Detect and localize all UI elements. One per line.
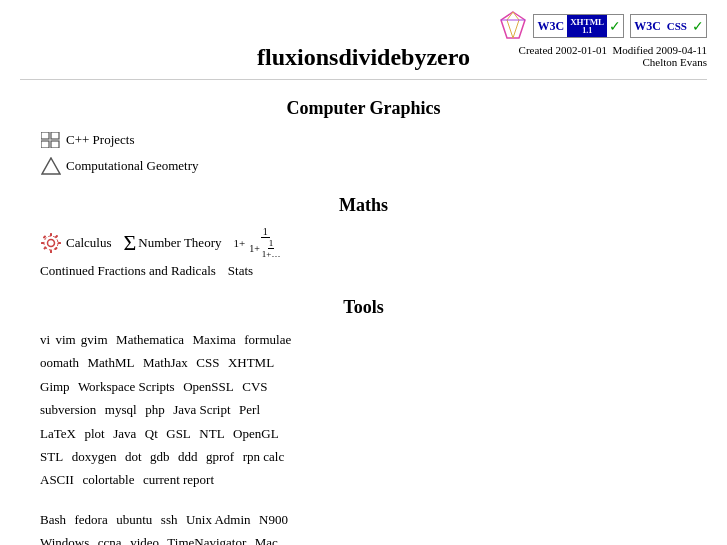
computational-geometry-item[interactable]: Computational Geometry xyxy=(40,155,687,177)
number-theory-link[interactable]: Number Theory xyxy=(138,235,221,251)
cf-formula: 1+ 1 1+ 1 1+… xyxy=(233,226,283,259)
continued-fractions-row: Continued Fractions and Radicals Stats xyxy=(40,263,687,279)
stl-link[interactable]: STL xyxy=(40,449,63,464)
cf-prefix: 1+ xyxy=(233,237,245,249)
css-badge[interactable]: W3C CSS ✓ xyxy=(630,14,707,38)
xhtml-badge[interactable]: W3C XHTML 1.1 ✓ xyxy=(533,14,624,38)
xhtml-check-icon: ✓ xyxy=(607,15,623,37)
author: Chelton Evans xyxy=(519,56,707,68)
mathml-link[interactable]: MathML xyxy=(88,355,135,370)
tools-links-group: vi vim gvim Mathematica Maxima formulae … xyxy=(40,328,687,492)
gprof-link[interactable]: gprof xyxy=(206,449,234,464)
w3c-css-label: W3C xyxy=(631,15,664,37)
mathjax-link[interactable]: MathJax xyxy=(143,355,188,370)
svg-rect-15 xyxy=(54,246,58,250)
doxygen-link[interactable]: doxygen xyxy=(72,449,117,464)
current-report-link[interactable]: current report xyxy=(143,472,214,487)
cvs-link[interactable]: CVS xyxy=(242,379,267,394)
ddd-link[interactable]: ddd xyxy=(178,449,198,464)
colortable-link[interactable]: colortable xyxy=(82,472,134,487)
qt-link[interactable]: Qt xyxy=(145,426,158,441)
ssh-link[interactable]: ssh xyxy=(161,512,178,527)
css-label: CSS xyxy=(664,15,690,37)
n900-link[interactable]: N900 xyxy=(259,512,288,527)
divider-1 xyxy=(20,79,707,80)
svg-rect-4 xyxy=(51,132,59,139)
mysql-link[interactable]: mysql xyxy=(105,402,137,417)
computer-graphics-heading: Computer Graphics xyxy=(40,98,687,119)
meta-info: Created 2002-01-01 Modified 2009-04-11 C… xyxy=(519,44,707,68)
maths-heading: Maths xyxy=(40,195,687,216)
grid-icon xyxy=(40,129,62,151)
rpn-calc-link[interactable]: rpn calc xyxy=(243,449,285,464)
windows-link[interactable]: Windows xyxy=(40,535,89,545)
number-theory-item[interactable]: Σ Number Theory xyxy=(124,232,222,254)
gvim-link[interactable]: gvim xyxy=(81,332,108,347)
bash-link[interactable]: Bash xyxy=(40,512,66,527)
sigma-icon: Σ xyxy=(124,232,137,254)
cpp-projects-item[interactable]: C++ Projects xyxy=(40,129,687,151)
perl-link[interactable]: Perl xyxy=(239,402,260,417)
maths-section: Maths xyxy=(20,195,707,279)
latex-link[interactable]: LaTeX xyxy=(40,426,76,441)
dot-link[interactable]: dot xyxy=(125,449,142,464)
svg-rect-11 xyxy=(50,250,52,253)
svg-rect-12 xyxy=(41,242,44,244)
svg-rect-13 xyxy=(58,242,61,244)
subversion-link[interactable]: subversion xyxy=(40,402,96,417)
stats-link[interactable]: Stats xyxy=(228,263,253,279)
ntl-link[interactable]: NTL xyxy=(199,426,224,441)
gimp-link[interactable]: Gimp xyxy=(40,379,70,394)
opengl-link[interactable]: OpenGL xyxy=(233,426,279,441)
svg-point-8 xyxy=(48,239,55,246)
xhtml-link[interactable]: XHTML xyxy=(228,355,274,370)
cpp-projects-link[interactable]: C++ Projects xyxy=(66,132,134,148)
svg-marker-1 xyxy=(507,12,519,38)
modified-date: Modified 2009-04-11 xyxy=(612,44,707,56)
svg-rect-10 xyxy=(50,233,52,236)
tools-heading: Tools xyxy=(40,297,687,318)
maths-items-row: Calculus Σ Number Theory 1+ 1 1+ 1 1+… xyxy=(40,226,687,259)
timenavigator-link[interactable]: TimeNavigator xyxy=(167,535,246,545)
php-link[interactable]: php xyxy=(145,402,165,417)
svg-rect-5 xyxy=(41,141,49,148)
svg-marker-0 xyxy=(501,12,525,38)
javascript-link[interactable]: Java Script xyxy=(173,402,230,417)
workspace-scripts-link[interactable]: Workspace Scripts xyxy=(78,379,175,394)
tools-links-group2: Bash fedora ubuntu ssh Unix Admin N900 W… xyxy=(40,508,687,545)
fedora-link[interactable]: fedora xyxy=(75,512,108,527)
xhtml-label: XHTML 1.1 xyxy=(567,15,607,37)
calculus-item[interactable]: Calculus xyxy=(40,232,112,254)
plot-link[interactable]: plot xyxy=(84,426,104,441)
ccna-link[interactable]: ccna xyxy=(98,535,122,545)
vim-link[interactable]: vim xyxy=(55,332,75,347)
svg-rect-6 xyxy=(51,141,59,148)
svg-rect-3 xyxy=(41,132,49,139)
vi-link[interactable]: vi xyxy=(40,332,50,347)
openssl-link[interactable]: OpenSSL xyxy=(183,379,234,394)
mathematica-link[interactable]: Mathematica xyxy=(116,332,184,347)
calculus-link[interactable]: Calculus xyxy=(66,235,112,251)
unix-admin-link[interactable]: Unix Admin xyxy=(186,512,251,527)
w3c-label: W3C xyxy=(534,15,567,37)
gdb-link[interactable]: gdb xyxy=(150,449,170,464)
computational-geometry-link[interactable]: Computational Geometry xyxy=(66,158,199,174)
css-check-icon: ✓ xyxy=(690,15,706,37)
gsl-link[interactable]: GSL xyxy=(166,426,191,441)
gem-icon xyxy=(497,10,529,42)
mac-link[interactable]: Mac xyxy=(255,535,278,545)
ascii-link[interactable]: ASCII xyxy=(40,472,74,487)
created-date: Created 2002-01-01 xyxy=(519,44,607,56)
oomath-link[interactable]: oomath xyxy=(40,355,79,370)
computer-graphics-section: Computer Graphics C++ Projects Computati… xyxy=(20,98,707,177)
svg-rect-16 xyxy=(43,246,47,250)
continued-fractions-link[interactable]: Continued Fractions and Radicals xyxy=(40,263,216,279)
css-link[interactable]: CSS xyxy=(196,355,219,370)
svg-marker-7 xyxy=(42,158,60,174)
java-link[interactable]: Java xyxy=(113,426,136,441)
video-link[interactable]: video xyxy=(130,535,159,545)
gear-icon xyxy=(40,232,62,254)
formulae-link[interactable]: formulae xyxy=(244,332,291,347)
maxima-link[interactable]: Maxima xyxy=(192,332,235,347)
ubuntu-link[interactable]: ubuntu xyxy=(116,512,152,527)
